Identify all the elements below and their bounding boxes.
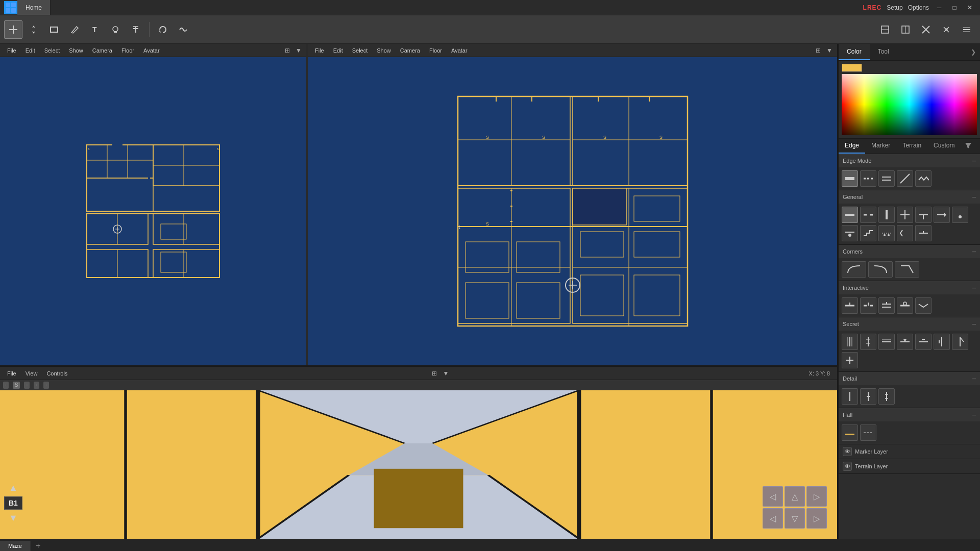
level-down-arrow[interactable]: ▼ bbox=[9, 513, 18, 523]
color-tab[interactable]: Color bbox=[839, 44, 870, 60]
gen-wall-solid[interactable] bbox=[842, 207, 858, 223]
right-menu-select[interactable]: Select bbox=[348, 46, 372, 55]
gen-wall-gap[interactable] bbox=[860, 207, 876, 223]
tool-move[interactable] bbox=[24, 20, 43, 39]
half-header[interactable]: Half ─ bbox=[839, 408, 980, 421]
nav-right-1[interactable]: ▷ bbox=[806, 486, 827, 507]
half-2[interactable] bbox=[860, 424, 876, 441]
terrain-layer-item[interactable]: 👁 Terrain Layer bbox=[839, 459, 980, 474]
options-link[interactable]: Options bbox=[908, 4, 929, 11]
terrain-layer-eye[interactable]: 👁 bbox=[843, 462, 852, 471]
setup-link[interactable]: Setup bbox=[887, 4, 902, 11]
tool-stamp[interactable] bbox=[106, 20, 125, 39]
bottom-menu-file[interactable]: File bbox=[3, 369, 20, 378]
color-swatch[interactable] bbox=[842, 64, 862, 72]
tool-draw[interactable] bbox=[65, 20, 84, 39]
marker-layer-item[interactable]: 👁 Marker Layer bbox=[839, 444, 980, 459]
nav-up[interactable]: △ bbox=[785, 486, 805, 507]
custom-tab[interactable]: Custom bbox=[927, 139, 961, 154]
maze-tab[interactable]: Maze bbox=[0, 541, 31, 551]
sec-4[interactable] bbox=[897, 334, 913, 350]
nav-down[interactable]: ▽ bbox=[785, 508, 805, 529]
nav-left-2[interactable]: ◁ bbox=[763, 508, 783, 529]
edge-mode-header[interactable]: Edge Mode ─ bbox=[839, 154, 980, 167]
right-menu-floor[interactable]: Floor bbox=[425, 46, 446, 55]
tool-right-1[interactable] bbox=[876, 20, 894, 39]
sec-7[interactable] bbox=[952, 334, 968, 350]
tool-select[interactable] bbox=[4, 20, 22, 39]
gen-bracket[interactable] bbox=[897, 225, 913, 241]
style-filter[interactable] bbox=[961, 139, 976, 154]
sec-1[interactable] bbox=[842, 334, 858, 350]
left-viewport-canvas[interactable]: s s bbox=[0, 57, 306, 365]
gen-step[interactable] bbox=[860, 225, 876, 241]
left-menu-floor[interactable]: Floor bbox=[117, 46, 138, 55]
bottom-expand-icon[interactable]: ⊞ bbox=[430, 369, 439, 378]
panel-arrow[interactable]: ❯ bbox=[967, 44, 980, 60]
tool-pin[interactable] bbox=[127, 20, 145, 39]
tool-special[interactable] bbox=[174, 20, 192, 39]
right-viewport-canvas[interactable]: S S S S S ↕ bbox=[308, 57, 837, 365]
tool-right-3[interactable] bbox=[917, 20, 935, 39]
timeline-seg-3[interactable]: · bbox=[24, 382, 30, 389]
timeline-seg-4[interactable]: · bbox=[34, 382, 39, 389]
left-menu-icon[interactable]: ▼ bbox=[294, 46, 303, 55]
edge-zigzag[interactable] bbox=[915, 170, 932, 187]
tool-tab[interactable]: Tool bbox=[870, 44, 897, 60]
minimize-button[interactable]: ─ bbox=[934, 3, 944, 13]
tool-right-4[interactable] bbox=[937, 20, 955, 39]
sec-5[interactable] bbox=[915, 334, 932, 350]
add-tab-button[interactable]: + bbox=[31, 539, 45, 552]
tool-right-2[interactable] bbox=[896, 20, 915, 39]
corner-round-left[interactable] bbox=[842, 261, 866, 278]
corner-bevel[interactable] bbox=[895, 261, 919, 278]
right-menu-file[interactable]: File bbox=[311, 46, 328, 55]
gen-pillar[interactable] bbox=[878, 207, 895, 223]
gen-t-cross[interactable] bbox=[915, 207, 932, 223]
detail-header[interactable]: Detail ─ bbox=[839, 372, 980, 385]
int-trap[interactable] bbox=[915, 297, 932, 314]
tool-right-5[interactable] bbox=[958, 20, 976, 39]
3d-view[interactable]: ▲ B1 ▼ ◁ △ ▷ ◁ ▽ ▷ bbox=[0, 390, 837, 539]
edge-solid[interactable] bbox=[842, 170, 858, 187]
right-menu-show[interactable]: Show bbox=[373, 46, 395, 55]
right-menu-edit[interactable]: Edit bbox=[329, 46, 347, 55]
gen-arrow[interactable] bbox=[934, 207, 950, 223]
left-menu-edit[interactable]: Edit bbox=[21, 46, 39, 55]
timeline-seg-5[interactable]: · bbox=[43, 382, 49, 389]
edge-double[interactable] bbox=[878, 170, 895, 187]
edge-dashed[interactable] bbox=[860, 170, 876, 187]
right-menu-icon[interactable]: ▼ bbox=[825, 46, 834, 55]
general-header[interactable]: General ─ bbox=[839, 190, 980, 204]
int-secret[interactable] bbox=[897, 297, 913, 314]
gen-line-dot[interactable] bbox=[842, 225, 858, 241]
tool-rotate[interactable] bbox=[154, 20, 172, 39]
left-menu-show[interactable]: Show bbox=[65, 46, 87, 55]
maximize-button[interactable]: □ bbox=[949, 3, 960, 13]
det-1[interactable] bbox=[842, 388, 858, 405]
marker-tab[interactable]: Marker bbox=[865, 139, 896, 154]
interactive-header[interactable]: Interactive ─ bbox=[839, 281, 980, 294]
edge-diagonal[interactable] bbox=[897, 170, 913, 187]
det-3[interactable] bbox=[878, 388, 895, 405]
level-up-arrow[interactable]: ▲ bbox=[9, 483, 18, 493]
left-expand-icon[interactable]: ⊞ bbox=[283, 46, 292, 55]
gen-line-tick[interactable] bbox=[915, 225, 932, 241]
right-expand-icon[interactable]: ⊞ bbox=[814, 46, 823, 55]
tool-text[interactable]: T bbox=[86, 20, 104, 39]
left-menu-select[interactable]: Select bbox=[40, 46, 64, 55]
marker-layer-eye[interactable]: 👁 bbox=[843, 447, 852, 456]
int-window[interactable] bbox=[878, 297, 895, 314]
gen-dot[interactable] bbox=[952, 207, 968, 223]
int-door[interactable] bbox=[842, 297, 858, 314]
edge-tab[interactable]: Edge bbox=[839, 139, 865, 154]
corner-round-right[interactable] bbox=[868, 261, 893, 278]
left-menu-avatar[interactable]: Avatar bbox=[139, 46, 164, 55]
gen-cross[interactable] bbox=[897, 207, 913, 223]
terrain-tab[interactable]: Terrain bbox=[896, 139, 927, 154]
close-button[interactable]: ✕ bbox=[965, 3, 975, 13]
home-tab[interactable]: Home bbox=[17, 0, 51, 15]
secret-header[interactable]: Secret ─ bbox=[839, 317, 980, 331]
nav-left-1[interactable]: ◁ bbox=[763, 486, 783, 507]
tool-rect[interactable] bbox=[45, 20, 63, 39]
